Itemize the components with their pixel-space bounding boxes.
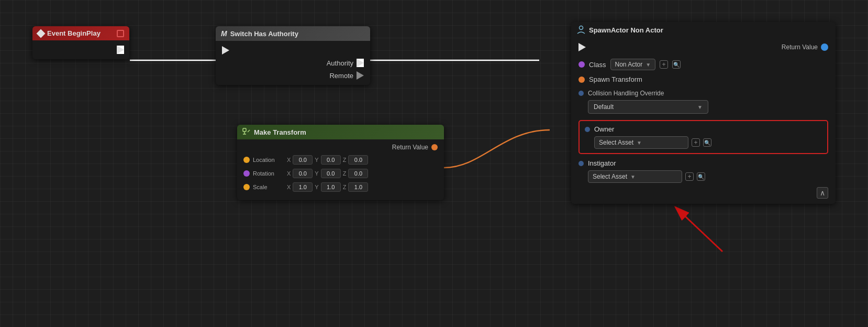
location-row: Location X Y Z [243,155,438,165]
rotation-label: Rotation [253,170,282,177]
switch-has-authority-title: Switch Has Authority [230,30,298,38]
remote-out: Remote [329,71,364,80]
transform-icon [242,128,251,136]
collision-pin [578,91,584,96]
rotation-pin[interactable] [243,170,250,177]
spawn-transform-pin[interactable] [578,77,585,83]
authority-row: Authority [222,59,364,67]
scale-x-input[interactable] [293,182,313,192]
scale-row: Scale X Y Z [243,182,438,192]
scale-pin[interactable] [243,184,250,190]
instigator-chevron-icon: ▼ [630,174,636,180]
y-label-loc: Y [315,157,318,163]
class-chevron-icon: ▼ [646,62,651,68]
exec-in-pin[interactable] [222,46,229,54]
class-dropdown[interactable]: Non Actor ▼ [610,59,656,70]
remote-label: Remote [329,72,353,80]
authority-out: Authority [327,59,364,67]
rotation-y-input[interactable] [321,169,341,178]
spawn-actor-body: Return Value Class Non Actor ▼ + 🔍 Spawn… [571,38,836,204]
class-row: Class Non Actor ▼ + 🔍 [578,59,828,70]
z-label-rot: Z [343,170,347,177]
owner-asset-row: Select Asset ▼ + 🔍 [594,136,822,149]
diamond-icon [37,29,46,38]
owner-select-asset-label: Select Asset [599,139,633,146]
owner-row: Owner [585,125,822,133]
spawn-exec-in-pin[interactable] [578,43,586,51]
location-y-input[interactable] [321,155,341,165]
make-transform-body: Return Value Location X Y Z Rotati [237,139,444,200]
rotation-row: Rotation X Y Z [243,169,438,178]
return-value-pin[interactable] [821,43,828,51]
collapse-button[interactable]: ∧ [817,187,828,199]
collision-value: Default [594,103,614,111]
instigator-pin[interactable] [578,161,584,166]
y-label-rot: Y [315,170,318,177]
event-begin-play-node: Event BeginPlay [32,26,129,59]
collapse-row: ∧ [578,187,828,199]
scale-z-input[interactable] [348,182,368,192]
location-label: Location [253,157,282,163]
x-label-loc: X [287,157,291,163]
rotation-z-input[interactable] [348,169,368,178]
spawn-transform-label: Spawn Transform [589,75,642,83]
owner-select-asset-dropdown[interactable]: Select Asset ▼ [594,136,688,149]
class-search-icon[interactable]: 🔍 [672,60,681,69]
blueprint-canvas: Event BeginPlay M Switch Has Authority A… [0,0,868,327]
spawn-actor-title: SpawnActor Non Actor [589,26,663,34]
rotation-x-input[interactable] [293,169,313,178]
collision-pin-row: Collision Handling Override [578,90,828,97]
scale-y-input[interactable] [321,182,341,192]
svg-line-4 [248,130,250,132]
location-pin[interactable] [243,157,250,163]
instigator-section: Instigator Select Asset ▼ + 🔍 [578,159,828,183]
scale-coords: X Y Z [287,182,368,192]
owner-pin[interactable] [585,127,590,132]
location-x-input[interactable] [293,155,313,165]
switch-body: Authority Remote [216,41,370,85]
spawn-actor-header: SpawnActor Non Actor [571,22,836,38]
spawn-exec-row: Return Value [578,43,828,51]
spawn-actor-node: SpawnActor Non Actor Return Value Class … [571,22,836,204]
instigator-search-icon[interactable]: 🔍 [697,172,705,181]
collision-chevron-icon: ▼ [697,104,703,110]
instigator-label: Instigator [588,159,616,167]
m-icon: M [221,29,227,38]
collision-dropdown[interactable]: Default ▼ [588,100,708,114]
instigator-asset-row: Select Asset ▼ + 🔍 [588,170,828,183]
collision-section: Collision Handling Override Default ▼ [578,90,828,114]
location-coords: X Y Z [287,155,368,165]
instigator-select-asset-dropdown[interactable]: Select Asset ▼ [588,170,682,183]
event-begin-play-title: Event BeginPlay [47,29,101,37]
rotation-coords: X Y Z [287,169,368,178]
exec-in-row [222,46,364,54]
exec-out-pin[interactable] [117,46,124,54]
class-pin[interactable] [578,61,585,68]
z-label-scale: Z [343,184,347,190]
return-value-row: Return Value [243,144,438,151]
location-z-input[interactable] [348,155,368,165]
owner-add-icon[interactable]: + [692,138,700,147]
owner-search-icon[interactable]: 🔍 [703,138,711,147]
svg-rect-1 [243,128,246,132]
authority-exec-pin[interactable] [357,59,364,67]
return-value-row: Return Value [782,43,828,51]
return-value-pin[interactable] [431,144,438,150]
scale-label: Scale [253,184,282,190]
class-add-icon[interactable]: + [660,60,668,69]
instigator-row: Instigator [578,159,828,167]
z-label-loc: Z [343,157,347,163]
return-value-label: Return Value [782,43,818,51]
make-transform-title: Make Transform [254,128,306,136]
x-label-scale: X [287,184,291,190]
spawn-transform-row: Spawn Transform [578,75,828,83]
instigator-add-icon[interactable]: + [685,172,694,181]
instigator-select-asset-label: Select Asset [593,173,627,180]
switch-has-authority-node: M Switch Has Authority Authority Remote [216,26,370,85]
remote-exec-pin[interactable] [357,71,364,80]
x-label-rot: X [287,170,291,177]
make-transform-node: Make Transform Return Value Location X Y… [237,125,444,200]
svg-point-5 [580,26,583,30]
event-stop-icon[interactable] [117,30,124,37]
owner-chevron-icon: ▼ [637,140,642,146]
